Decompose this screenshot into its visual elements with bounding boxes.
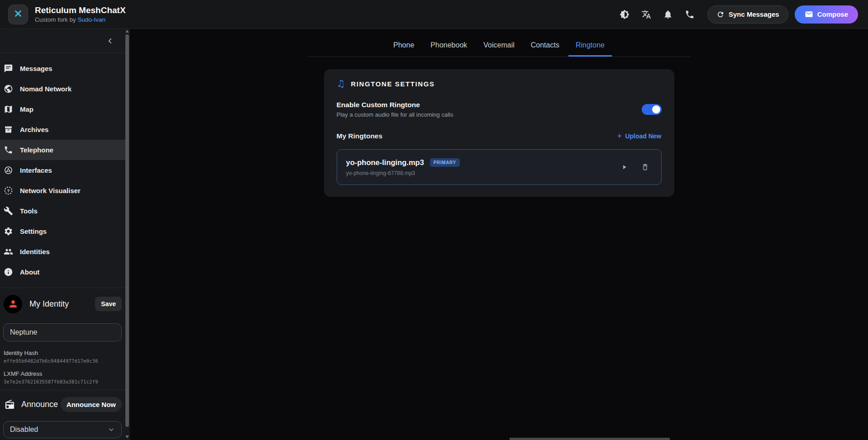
sidebar-item-label: Messages [20,65,52,72]
sidebar-item-identities[interactable]: Identities [0,241,125,262]
sidebar-item-telephone[interactable]: Telephone [0,140,125,160]
my-ringtones-header: My Ringtones + Upload New [337,132,662,140]
sidebar-item-interfaces[interactable]: Interfaces [0,160,125,180]
sidebar-scrollbar-thumb[interactable] [125,34,129,427]
translate-icon[interactable] [639,7,654,22]
tab-contacts[interactable]: Contacts [524,35,567,57]
chevron-left-icon [106,37,114,45]
primary-badge: PRIMARY [430,158,460,167]
my-ringtones-title: My Ringtones [337,132,383,140]
identity-hash-label: Identity Hash [4,350,122,356]
sidebar-collapse-row [0,29,125,52]
identity-name-input[interactable] [3,323,122,341]
theme-toggle-icon[interactable] [617,7,632,22]
map-icon [4,104,13,114]
sidebar-scrollbar[interactable] [125,29,129,440]
sidebar-nav: Messages Nomad Network Map Archives Tele… [0,53,125,282]
calls-icon[interactable] [682,7,697,22]
svg-text:?: ? [7,188,10,193]
wrench-icon [4,206,13,216]
sidebar: Messages Nomad Network Map Archives Tele… [0,29,130,440]
tab-ringtone[interactable]: Ringtone [568,35,612,57]
sidebar-item-label: Telephone [20,146,53,154]
sidebar-item-settings[interactable]: Settings [0,221,125,241]
announce-interval-select[interactable]: Disabled [3,421,122,438]
compose-button[interactable]: Compose [795,5,858,24]
sidebar-item-network-visualiser[interactable]: ? Network Visualiser [0,180,125,201]
main-content: Phone Phonebook Voicemail Contacts Ringt… [130,29,868,440]
sidebar-collapse-button[interactable] [104,34,116,47]
archive-icon [4,125,13,134]
ringtone-actions [620,162,650,172]
tab-label: Voicemail [483,41,514,49]
sidebar-item-label: Nomad Network [20,85,72,93]
phone-icon [4,145,13,155]
sidebar-item-archives[interactable]: Archives [0,119,125,140]
enable-custom-ringtone-texts: Enable Custom Ringtone Play a custom aud… [337,101,453,118]
sidebar-item-label: Map [20,105,33,113]
sidebar-item-label: About [20,268,39,276]
subtitle-author-link[interactable]: Sudo-Ivan [78,16,106,23]
my-identity-header: My Identity Save [4,294,122,313]
announce-header: Announce Announce Now [5,397,122,412]
horizontal-scrollbar[interactable] [510,438,670,440]
sidebar-item-label: Tools [20,207,38,215]
lxmf-address-label: LXMF Address [4,370,122,377]
sidebar-item-tools[interactable]: Tools [0,201,125,221]
gear-icon [4,227,13,236]
enable-ringtone-toggle[interactable] [642,104,662,115]
chat-icon [4,64,13,73]
mail-icon [805,10,813,19]
enable-custom-ringtone-title: Enable Custom Ringtone [337,101,453,109]
announce-now-button[interactable]: Announce Now [61,397,122,412]
ringtone-item: yo-phone-linging.mp3 PRIMARY yo-phone-li… [337,149,662,185]
refresh-icon [716,10,725,19]
play-button[interactable] [620,162,630,172]
info-icon [4,267,13,277]
sidebar-item-messages[interactable]: Messages [0,58,125,79]
tab-label: Phone [393,41,414,49]
sync-messages-label: Sync Messages [729,10,779,18]
sidebar-item-about[interactable]: About [0,262,125,282]
sidebar-item-label: Archives [20,126,48,133]
enable-custom-ringtone-description: Play a custom audio file for all incomin… [337,111,453,118]
app-subtitle: Custom fork by Sudo-Ivan [35,16,126,23]
save-button[interactable]: Save [95,297,122,311]
divider [0,288,125,288]
subtitle-text: Custom fork by [35,16,78,23]
app-logo [8,5,28,24]
person-icon [8,298,19,309]
sync-messages-button[interactable]: Sync Messages [707,5,788,24]
tab-phonebook[interactable]: Phonebook [423,35,474,57]
tab-label: Ringtone [576,41,605,49]
notifications-icon[interactable] [660,7,676,22]
tab-label: Phonebook [430,41,467,49]
app-header: Reticulum MeshChatX Custom fork by Sudo-… [0,0,868,29]
telephone-tabs: Phone Phonebook Voicemail Contacts Ringt… [307,35,691,57]
delete-button[interactable] [640,162,650,172]
sidebar-item-label: Identities [20,248,50,255]
my-identity-title: My Identity [29,299,95,309]
sidebar-item-label: Interfaces [20,166,52,174]
header-icon-group [617,7,697,22]
sidebar-item-nomad-network[interactable]: Nomad Network [0,79,125,99]
upload-new-label: Upload New [625,132,661,140]
sidebar-item-map[interactable]: Map [0,99,125,119]
ringtone-settings-card: ♫ RINGTONE SETTINGS Enable Custom Ringto… [324,69,674,197]
sidebar-item-label: Settings [20,227,47,235]
scroll-up-arrow[interactable] [125,30,129,33]
scroll-down-arrow[interactable] [125,435,129,438]
x-logo-icon [13,8,24,21]
ringtone-filename: yo-phone-linging-67788.mp3 [346,170,460,176]
tab-voicemail[interactable]: Voicemail [476,35,521,57]
sidebar-item-label: Network Visualiser [20,187,81,194]
tab-phone[interactable]: Phone [386,35,421,57]
header-actions: Sync Messages Compose [617,5,858,24]
identity-hash-value: effe95b0482d7b6c04844977d17e0c36 [4,358,122,364]
plus-icon: + [617,132,622,140]
music-note-icon: ♫ [337,79,345,89]
upload-new-button[interactable]: + Upload New [617,132,662,140]
hub-icon [4,166,13,175]
ringtone-settings-title: RINGTONE SETTINGS [351,80,434,88]
globe-icon [4,84,13,94]
